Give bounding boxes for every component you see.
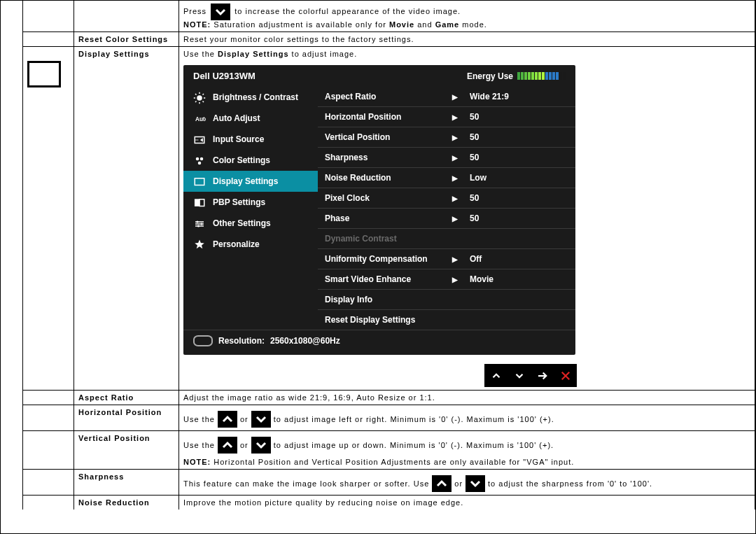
desc-aspect-ratio: Adjust the image ratio as wide 21:9, 16:… (179, 391, 755, 405)
energy-bar (563, 72, 566, 80)
osd-menu-label: Display Settings (213, 176, 278, 186)
osd-menu-icon (193, 155, 206, 166)
svg-point-5 (198, 162, 202, 165)
osd-setting-value: Off (470, 254, 568, 264)
desc-sharpness: This feature can make the image look sha… (179, 470, 755, 496)
osd-menu-icon (193, 92, 206, 103)
resolution-value: 2560x1080@60Hz (270, 336, 340, 346)
nav-down-button[interactable] (507, 364, 531, 387)
osd-menu-icon: Auto (193, 113, 206, 124)
osd-menu-label: PBP Settings (213, 197, 265, 207)
osd-setting-label: Sharpness (325, 153, 440, 162)
osd-setting-row[interactable]: Smart Video Enhance▶Movie (318, 269, 575, 289)
label-hpos: Horizontal Position (74, 405, 179, 431)
osd-setting-row[interactable]: Display Info (318, 289, 575, 309)
osd-setting-value: 50 (470, 213, 568, 223)
osd-panel: Dell U2913WM Energy Use Brightness / Con… (183, 65, 575, 355)
chevron-right-icon: ▶ (440, 154, 470, 162)
press-post: to increase the colorful appearance of t… (234, 7, 461, 15)
resolution-icon (193, 335, 213, 346)
energy-bar (535, 72, 538, 80)
osd-setting-label: Smart Video Enhance (325, 274, 440, 284)
osd-menu-icon (193, 197, 206, 208)
osd-menu-item[interactable]: PBP Settings (183, 192, 318, 213)
desc-display-settings: Use the Display Settings to adjust image… (179, 47, 755, 391)
label-noise: Noise Reduction (74, 496, 179, 510)
desc-noise: Improve the motion picture quality by re… (179, 496, 755, 510)
nav-right-button[interactable] (531, 364, 554, 387)
up-icon (432, 475, 451, 492)
osd-setting-label: Display Info (325, 295, 440, 304)
nav-up-button[interactable] (484, 364, 507, 387)
osd-menu-label: Brightness / Contrast (213, 92, 298, 102)
down-icon (465, 475, 485, 492)
osd-setting-label: Phase (325, 213, 440, 223)
osd-menu-icon (193, 218, 206, 229)
svg-point-0 (197, 95, 202, 101)
energy-use: Energy Use (467, 71, 566, 81)
energy-bar (552, 72, 555, 80)
osd-setting-row[interactable]: Aspect Ratio▶Wide 21:9 (318, 87, 575, 106)
osd-setting-label: Reset Display Settings (325, 315, 440, 325)
osd-setting-row[interactable]: Uniformity Compensation▶Off (318, 248, 575, 269)
osd-setting-label: Horizontal Position (325, 112, 440, 122)
energy-bar (521, 72, 524, 80)
osd-setting-row[interactable]: Vertical Position▶50 (318, 127, 575, 147)
osd-menu-item[interactable]: Brightness / Contrast (183, 87, 318, 108)
osd-menu-item[interactable]: Display Settings (183, 171, 318, 192)
energy-bar (531, 72, 534, 80)
energy-bar (538, 72, 541, 80)
osd-setting-label: Vertical Position (325, 132, 440, 142)
svg-point-11 (197, 225, 200, 227)
nav-close-button[interactable] (554, 364, 577, 387)
chevron-right-icon: ▶ (440, 276, 470, 283)
monitor-icon (27, 61, 61, 87)
desc-vpos: Use the or to adjust image up or down. M… (179, 431, 755, 470)
osd-setting-row[interactable]: Phase▶50 (318, 208, 575, 228)
osd-setting-row[interactable]: Sharpness▶50 (318, 147, 575, 167)
osd-setting-label: Pixel Clock (325, 193, 440, 203)
energy-bar (556, 72, 559, 80)
osd-menu-item[interactable]: Other Settings (183, 213, 318, 234)
label-display-settings: Display Settings (74, 47, 179, 391)
chevron-right-icon: ▶ (440, 195, 470, 202)
energy-bar (545, 72, 548, 80)
energy-bar (524, 72, 527, 80)
osd-menu-label: Input Source (213, 134, 264, 144)
osd-setting-label: Uniformity Compensation (325, 254, 440, 264)
osd-setting-row[interactable]: Pixel Clock▶50 (318, 188, 575, 208)
label-reset-color: Reset Color Settings (74, 32, 179, 47)
osd-nav-buttons (484, 364, 750, 387)
chevron-right-icon: ▶ (440, 134, 470, 141)
svg-point-10 (201, 223, 203, 225)
energy-bar (528, 72, 531, 80)
chevron-right-icon: ▶ (440, 93, 470, 101)
osd-menu-item[interactable]: Color Settings (183, 150, 318, 171)
osd-setting-value: Wide 21:9 (470, 92, 568, 101)
svg-point-4 (200, 157, 204, 161)
osd-menu-item[interactable]: Input Source (183, 129, 318, 150)
chevron-right-icon: ▶ (440, 174, 470, 182)
osd-setting-label: Noise Reduction (325, 173, 440, 183)
osd-menu-item[interactable]: Personalize (183, 234, 318, 255)
resolution-label: Resolution: (218, 336, 265, 346)
osd-menu-icon (193, 176, 206, 187)
osd-menu-icon (193, 239, 206, 250)
osd-menu-label: Auto Adjust (213, 113, 260, 123)
svg-rect-6 (195, 178, 204, 185)
osd-setting-row[interactable]: Horizontal Position▶50 (318, 106, 575, 127)
osd-setting-value: 50 (470, 132, 568, 142)
chevron-right-icon: ▶ (440, 113, 470, 121)
osd-setting-row: Dynamic Contrast (318, 228, 575, 248)
energy-bar (549, 72, 552, 80)
chevron-right-icon: ▶ (440, 255, 470, 263)
svg-rect-8 (200, 199, 204, 206)
osd-setting-row[interactable]: Reset Display Settings (318, 309, 575, 330)
svg-point-3 (196, 157, 200, 161)
osd-menu-icon (193, 134, 206, 145)
osd-setting-value: 50 (470, 193, 568, 203)
osd-setting-row[interactable]: Noise Reduction▶Low (318, 167, 575, 188)
label-vpos: Vertical Position (74, 431, 179, 470)
osd-menu-item[interactable]: AutoAuto Adjust (183, 108, 318, 129)
svg-rect-7 (195, 199, 200, 206)
